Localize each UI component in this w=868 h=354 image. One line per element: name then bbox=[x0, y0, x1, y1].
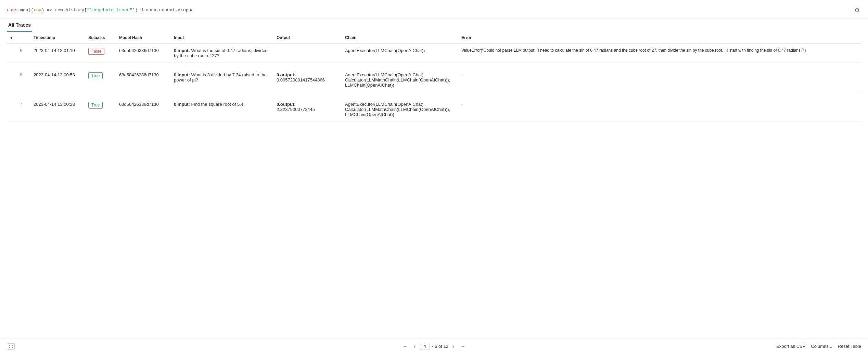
tabs-section: All Traces bbox=[0, 19, 868, 32]
footer: ⛶ ← ‹ - 6 of 12 › → Export as CSV Column… bbox=[0, 338, 868, 354]
hash-cell: 63d50426386d7130 bbox=[116, 44, 171, 63]
expand-button[interactable]: ⛶ bbox=[7, 343, 15, 350]
error-col-header: Error bbox=[459, 32, 861, 44]
success-badge: True bbox=[88, 72, 103, 79]
export-csv-button[interactable]: Export as CSV bbox=[776, 344, 805, 349]
reset-table-button[interactable]: Reset Table bbox=[838, 344, 861, 349]
code-text: runs.map((row) => row.history["langchain… bbox=[7, 8, 194, 13]
row-spacer bbox=[7, 63, 861, 68]
success-cell: True bbox=[86, 98, 116, 122]
table-row[interactable]: 7 2023-04-14 13:00:38 True 63d50426386d7… bbox=[7, 98, 861, 122]
filter-cell bbox=[7, 98, 17, 122]
footer-right: Export as CSV Columns... Reset Table bbox=[776, 344, 861, 349]
error-cell: ValueError("Could not parse LLM output: … bbox=[459, 44, 861, 63]
page-input[interactable] bbox=[420, 343, 430, 350]
chain-col-header: Chain bbox=[342, 32, 459, 44]
index-cell: 7 bbox=[17, 98, 31, 122]
success-badge: True bbox=[88, 102, 103, 109]
settings-button[interactable]: ⚙ bbox=[853, 5, 861, 15]
timestamp-cell: 2023-04-14 13:00:38 bbox=[31, 98, 86, 122]
pagination: ← ‹ - 6 of 12 › → bbox=[400, 343, 468, 350]
chain-cell: AgentExecutor(LLMChain(OpenAIChat)) bbox=[342, 44, 459, 63]
timestamp-cell: 2023-04-14 13:01:10 bbox=[31, 44, 86, 63]
hash-col-header: Model Hash bbox=[116, 32, 171, 44]
success-cell: False bbox=[86, 44, 116, 63]
output-cell: 0.output:0.005720801417544866 bbox=[274, 68, 342, 92]
prev-page-button[interactable]: ‹ bbox=[412, 343, 418, 350]
success-cell: True bbox=[86, 68, 116, 92]
top-bar: runs.map((row) => row.history["langchain… bbox=[0, 0, 868, 19]
code-expression: runs.map((row) => row.history["langchain… bbox=[7, 8, 194, 13]
input-col-header: Input bbox=[171, 32, 274, 44]
input-cell: 0.input: Find the square root of 5.4. bbox=[171, 98, 274, 122]
last-page-button[interactable]: → bbox=[458, 343, 468, 350]
output-col-header: Output bbox=[274, 32, 342, 44]
error-cell: - bbox=[459, 68, 861, 92]
columns-button[interactable]: Columns... bbox=[811, 344, 832, 349]
success-badge: False bbox=[88, 48, 104, 55]
output-cell: 0.output:2.32379000772445 bbox=[274, 98, 342, 122]
index-col-header bbox=[17, 32, 31, 44]
row-spacer bbox=[7, 92, 861, 98]
traces-table: ▼ Timestamp Success Model Hash Input Out… bbox=[7, 32, 861, 122]
hash-cell: 63d50426386d7130 bbox=[116, 98, 171, 122]
index-cell: 8 bbox=[17, 68, 31, 92]
input-cell: 0.input: What is the sin of 0.47 radians… bbox=[171, 44, 274, 63]
footer-left: ⛶ bbox=[7, 343, 15, 350]
filter-col-header[interactable]: ▼ bbox=[7, 32, 17, 44]
chain-cell: AgentExecutor(LLMChain(OpenAIChat), Calc… bbox=[342, 68, 459, 92]
timestamp-cell: 2023-04-14 13:00:53 bbox=[31, 68, 86, 92]
table-row[interactable]: 9 2023-04-14 13:01:10 False 63d50426386d… bbox=[7, 44, 861, 63]
next-page-button[interactable]: › bbox=[450, 343, 456, 350]
index-cell: 9 bbox=[17, 44, 31, 63]
input-cell: 0.input: What is 3 divided by 7.34 raise… bbox=[171, 68, 274, 92]
page-info: - 6 of 12 bbox=[432, 344, 448, 349]
output-cell bbox=[274, 44, 342, 63]
filter-cell bbox=[7, 44, 17, 63]
tab-all-traces[interactable]: All Traces bbox=[7, 19, 32, 32]
first-page-button[interactable]: ← bbox=[400, 343, 410, 350]
hash-cell: 63d50426386d7130 bbox=[116, 68, 171, 92]
error-cell: - bbox=[459, 98, 861, 122]
table-row[interactable]: 8 2023-04-14 13:00:53 True 63d50426386d7… bbox=[7, 68, 861, 92]
filter-cell bbox=[7, 68, 17, 92]
table-container: ▼ Timestamp Success Model Hash Input Out… bbox=[0, 32, 868, 122]
success-col-header: Success bbox=[86, 32, 116, 44]
chain-cell: AgentExecutor(LLMChain(OpenAIChat), Calc… bbox=[342, 98, 459, 122]
timestamp-col-header: Timestamp bbox=[31, 32, 86, 44]
